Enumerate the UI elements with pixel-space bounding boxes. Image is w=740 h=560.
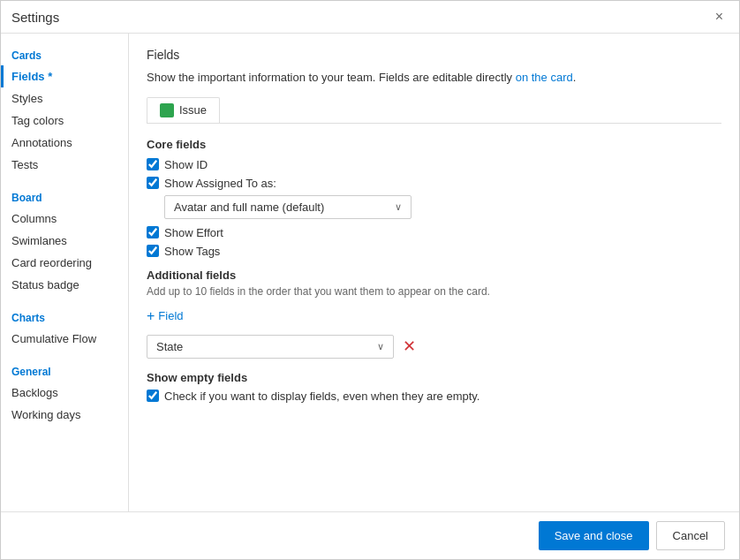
- show-assigned-to-label: Show Assigned To as:: [164, 177, 276, 190]
- assigned-to-dropdown-row: Avatar and full name (default) ∨: [164, 195, 721, 219]
- show-empty-fields-row: Check if you want to display fields, eve…: [147, 390, 721, 403]
- cancel-button[interactable]: Cancel: [656, 521, 725, 550]
- sidebar-item-card-reordering[interactable]: Card reordering: [1, 252, 128, 274]
- sidebar-item-annotations[interactable]: Annotations: [1, 132, 128, 154]
- show-empty-fields-checkbox[interactable]: [147, 390, 159, 402]
- add-field-label: Field: [158, 309, 183, 322]
- sidebar-item-backlogs[interactable]: Backlogs: [1, 382, 128, 404]
- sidebar-item-tests[interactable]: Tests: [1, 154, 128, 176]
- sidebar: Cards Fields * Styles Tag colors Annotat…: [1, 34, 129, 511]
- sidebar-item-swimlanes[interactable]: Swimlanes: [1, 230, 128, 252]
- sidebar-section-general: General: [1, 359, 128, 382]
- title-bar: Settings ×: [1, 1, 739, 34]
- show-id-label: Show ID: [164, 158, 208, 171]
- show-assigned-to-row: Show Assigned To as:: [147, 177, 721, 190]
- sidebar-item-tag-colors[interactable]: Tag colors: [1, 110, 128, 132]
- close-button[interactable]: ×: [710, 8, 729, 26]
- assigned-to-dropdown-arrow: ∨: [395, 201, 402, 213]
- state-field-row: State ∨ ✕: [147, 335, 721, 359]
- show-empty-fields-label: Check if you want to display fields, eve…: [164, 390, 479, 403]
- show-empty-fields-section: Show empty fields Check if you want to d…: [147, 371, 721, 403]
- show-tags-checkbox[interactable]: [147, 245, 159, 257]
- sidebar-item-styles[interactable]: Styles: [1, 87, 128, 110]
- show-assigned-to-checkbox[interactable]: [147, 177, 159, 189]
- sidebar-section-charts: Charts: [1, 305, 128, 328]
- state-field-dropdown[interactable]: State ∨: [147, 335, 394, 359]
- show-id-checkbox[interactable]: [147, 158, 159, 170]
- dialog-title: Settings: [11, 10, 59, 25]
- add-field-button[interactable]: + Field: [147, 306, 184, 326]
- sidebar-item-cumulative-flow[interactable]: Cumulative Flow: [1, 328, 128, 350]
- sidebar-item-working-days[interactable]: Working days: [1, 404, 128, 426]
- tab-issue-label: Issue: [179, 103, 207, 117]
- core-fields-title: Core fields: [147, 138, 721, 151]
- save-and-close-button[interactable]: Save and close: [539, 521, 649, 550]
- show-tags-label: Show Tags: [164, 245, 220, 258]
- tab-issue[interactable]: Issue: [147, 97, 220, 123]
- show-effort-label: Show Effort: [164, 226, 223, 239]
- show-id-row: Show ID: [147, 158, 721, 171]
- description-text: Show the important information to your t…: [147, 69, 721, 87]
- main-content: Fields Show the important information to…: [129, 34, 739, 511]
- additional-fields-title: Additional fields: [147, 269, 721, 282]
- show-effort-row: Show Effort: [147, 226, 721, 239]
- show-empty-fields-title: Show empty fields: [147, 371, 721, 384]
- dialog-footer: Save and close Cancel: [1, 511, 739, 559]
- state-field-value: State: [156, 340, 183, 353]
- section-title: Fields: [147, 48, 721, 62]
- issue-icon: [160, 103, 174, 117]
- on-card-link[interactable]: on the card: [516, 71, 573, 84]
- show-tags-row: Show Tags: [147, 245, 721, 258]
- sidebar-item-fields[interactable]: Fields *: [1, 65, 128, 87]
- assigned-to-dropdown[interactable]: Avatar and full name (default) ∨: [164, 195, 412, 219]
- tab-bar: Issue: [147, 97, 721, 124]
- settings-dialog: Settings × Cards Fields * Styles Tag col…: [0, 0, 740, 560]
- state-dropdown-arrow: ∨: [377, 341, 384, 352]
- sidebar-item-columns[interactable]: Columns: [1, 208, 128, 230]
- assigned-to-dropdown-value: Avatar and full name (default): [174, 201, 324, 214]
- sidebar-section-cards: Cards: [1, 42, 128, 65]
- sidebar-item-status-badge[interactable]: Status badge: [1, 274, 128, 296]
- dialog-body: Cards Fields * Styles Tag colors Annotat…: [1, 34, 739, 511]
- show-effort-checkbox[interactable]: [147, 226, 159, 238]
- additional-fields-desc: Add up to 10 fields in the order that yo…: [147, 285, 721, 298]
- add-plus-icon: +: [147, 308, 155, 324]
- sidebar-section-board: Board: [1, 185, 128, 208]
- delete-state-field-button[interactable]: ✕: [399, 338, 419, 354]
